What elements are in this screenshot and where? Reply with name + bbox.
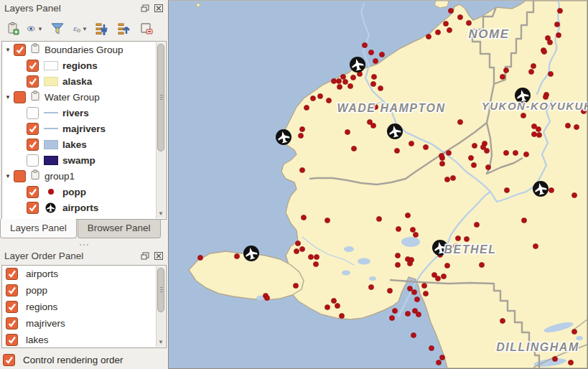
group-label: Water Group [45,92,100,103]
layer-visibility-checkbox[interactable] [27,75,39,88]
layer-order-label: popp [26,285,47,296]
popp-dot [345,129,350,134]
popp-dot [416,312,421,317]
tree-layer-row[interactable]: popp [2,184,166,200]
popp-dot [435,29,440,34]
tree-layer-row[interactable]: swamp [2,152,166,168]
popp-dot [197,255,202,260]
layer-visibility-checkbox[interactable] [14,170,26,182]
layer-visibility-checkbox[interactable] [27,154,39,167]
scrollbar-thumb[interactable] [157,44,164,151]
layer-label: swamp [62,155,95,166]
popp-dot [479,262,484,267]
scroll-down-icon[interactable]: ▼ [157,337,165,347]
popp-dot [335,303,340,308]
control-rendering-order-checkbox[interactable] [3,354,15,366]
popp-dot [337,84,342,89]
layer-visibility-checkbox[interactable] [27,123,39,135]
popp-dot [413,232,418,237]
float-panel-icon[interactable] [140,4,150,13]
popp-dot [571,329,577,334]
map-canvas[interactable]: NOMEWADE HAMPTONYUKON-KOYUKUKBETHELDILLI… [168,0,588,369]
popp-dot [234,253,239,258]
layer-visibility-checkbox[interactable] [14,44,26,56]
airport-marker-icon [387,123,403,139]
popp-dot [336,78,341,83]
layer-visibility-checkbox[interactable] [27,202,39,214]
layers-tree-scrollbar[interactable]: ▼ [156,42,165,218]
filter-legend-icon[interactable] [50,21,65,37]
tab-browser-panel[interactable]: Browser Panel [78,220,161,238]
group-icon [30,43,42,57]
islet [197,4,200,7]
tree-group-row[interactable]: ▼group1 [2,168,166,184]
popp-dot [423,291,428,296]
popp-dot [368,50,373,55]
add-group-icon[interactable] [5,21,21,37]
expander-icon[interactable]: ▼ [2,173,14,179]
tree-layer-row[interactable]: alaska [2,73,166,89]
line-swatch-icon [43,108,58,118]
dropdown-arrow-icon: ▼ [37,26,43,32]
collapse-all-icon[interactable] [116,21,132,37]
layer-visibility-checkbox[interactable] [27,60,39,72]
popp-dot [533,243,538,248]
remove-layer-icon[interactable] [139,21,154,37]
close-panel-icon[interactable] [154,4,164,13]
control-rendering-order-row: Control rendering order [3,351,167,368]
layer-visibility-checkbox[interactable] [6,268,18,280]
layers-tree: ▼Boundaries Groupregionsalaska▼Water Gro… [1,41,167,220]
layer-visibility-checkbox[interactable] [6,284,18,296]
expander-icon[interactable]: ▼ [2,47,14,53]
popp-dot [314,254,319,259]
tree-layer-row[interactable]: lakes [2,136,166,152]
layer-order-row[interactable]: airports [2,266,166,282]
qgis-window: { "layers_panel": { "title": "Layers Pan… [0,0,588,369]
layer-order-label: majrivers [26,318,65,329]
popp-dot [299,126,304,131]
tree-group-row[interactable]: ▼Water Group [2,89,166,105]
expand-all-icon[interactable] [94,21,110,37]
layer-visibility-checkbox[interactable] [6,317,18,330]
popp-dot [474,222,479,227]
region-label: WADE HAMPTON [337,102,445,114]
tree-layer-row[interactable]: airports [2,200,166,215]
popp-dot [387,288,392,293]
popp-dot [485,164,490,169]
popp-dot [548,71,553,76]
tree-layer-row[interactable]: regions [2,57,166,73]
tree-layer-row[interactable]: majrivers [2,121,166,136]
popp-dot [351,146,356,151]
layer-visibility-checkbox[interactable] [14,91,26,103]
layer-order-row[interactable]: majrivers [2,315,166,332]
dropdown-arrow-icon: ▼ [82,26,88,32]
popp-dot [325,304,330,309]
scrollbar-thumb[interactable] [157,268,164,312]
layer-order-row[interactable]: regions [2,299,166,315]
popp-dot [543,94,548,99]
tab-layers-panel[interactable]: Layers Panel [0,219,77,238]
close-panel-icon[interactable] [154,251,164,261]
popp-dot [500,318,505,323]
layer-label: lakes [62,139,87,150]
layer-visibility-checkbox[interactable] [27,107,39,119]
popp-dot [504,187,509,192]
layer-visibility-checkbox[interactable] [6,301,18,313]
tree-layer-row[interactable]: rivers [2,105,166,121]
layer-visibility-checkbox[interactable] [6,334,18,346]
layer-order-scrollbar[interactable]: ▼ [156,266,165,347]
scroll-down-icon[interactable]: ▼ [157,209,165,218]
dock-splitter-handle[interactable] [76,244,92,247]
layer-visibility-checkbox[interactable] [27,186,39,198]
polygon-swatch-icon [43,60,58,70]
layer-order-row[interactable]: popp [2,282,166,299]
tree-group-row[interactable]: ▼Boundaries Group [2,42,166,57]
polygon-swatch-icon [43,155,58,165]
popp-dot [370,123,375,128]
expander-icon[interactable]: ▼ [2,94,14,101]
layer-order-row[interactable]: lakes [2,332,166,348]
manage-visibility-icon[interactable]: ▼ [27,21,43,37]
layer-visibility-checkbox[interactable] [27,139,39,151]
float-panel-icon[interactable] [140,251,150,261]
expression-filter-icon[interactable]: ε▼ [72,21,88,37]
